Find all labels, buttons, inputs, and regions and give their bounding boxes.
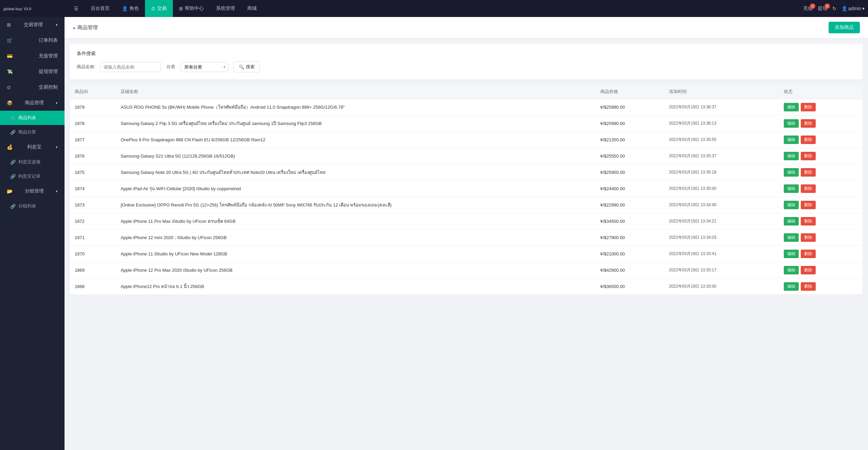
delete-button[interactable]: 删除	[801, 119, 816, 128]
delete-button[interactable]: 删除	[801, 233, 816, 242]
product-name-input[interactable]	[100, 62, 161, 72]
delete-button[interactable]: 删除	[801, 250, 816, 258]
search-button[interactable]: 🔍 搜索	[234, 61, 260, 72]
breadcrumb-arrow: »	[73, 25, 75, 31]
add-product-button[interactable]: 添加商品	[829, 22, 860, 33]
sidebar-group-trade-control-title[interactable]: ⊙ 交易控制	[0, 79, 65, 95]
cell-name: Apple iPhone 11 iStudio by UFicon New Mo…	[116, 246, 595, 262]
sidebar-group-trade-title[interactable]: ⊞ 交易管理 ▾	[0, 17, 65, 33]
cell-actions: 编辑 删除	[779, 197, 863, 213]
action-buttons: 编辑 删除	[784, 282, 858, 291]
breadcrumb: » 商品管理	[73, 24, 98, 31]
action-buttons: 编辑 删除	[784, 184, 858, 193]
action-buttons: 编辑 删除	[784, 250, 858, 258]
main-content: » 商品管理 添加商品 条件搜索 商品名称 分类 所有分类 ▾ 🔍 搜索	[65, 17, 868, 450]
sidebar-item-product-category[interactable]: 🔗 商品分类	[0, 125, 65, 139]
admin-menu[interactable]: 👤 admin ▾	[842, 6, 865, 11]
edit-button[interactable]: 编辑	[784, 250, 799, 258]
cell-price: ¥/$42900.00	[596, 262, 664, 278]
page-header: » 商品管理 添加商品	[65, 17, 868, 38]
sidebar-group-group-mgmt-title[interactable]: 📂 分组管理 ▾	[0, 183, 65, 199]
action-buttons: 编辑 删除	[784, 152, 858, 160]
cell-actions: 编辑 删除	[779, 181, 863, 197]
cell-actions: 编辑 删除	[779, 132, 863, 148]
search-area: 条件搜索 商品名称 分类 所有分类 ▾ 🔍 搜索	[70, 44, 863, 79]
category-select[interactable]: 所有分类	[181, 62, 228, 72]
edit-button[interactable]: 编辑	[784, 103, 799, 111]
cell-date: 2022年03月19日 13:35:18	[664, 164, 779, 181]
table-row: 1879 ASUS ROG PHONE 5s (BK/WH) Mobile Ph…	[70, 99, 863, 115]
delete-button[interactable]: 删除	[801, 136, 816, 144]
cell-price: ¥/$27900.00	[596, 230, 664, 246]
nav-menu-icon[interactable]: ☰	[68, 0, 85, 17]
sidebar-item-interest-options[interactable]: 🔗 利息宝选项	[0, 155, 65, 169]
edit-button[interactable]: 编辑	[784, 119, 799, 128]
cell-id: 1878	[70, 115, 116, 132]
delete-button[interactable]: 删除	[801, 168, 816, 177]
edit-button[interactable]: 编辑	[784, 184, 799, 193]
table-row: 1873 [Online Exclusive] OPPO Reno6 Pro 5…	[70, 197, 863, 213]
sidebar-item-product-list[interactable]: 🛒 商品列表	[0, 111, 65, 125]
chevron-down-icon: ▾	[56, 23, 58, 27]
edit-button[interactable]: 编辑	[784, 233, 799, 242]
nav-role[interactable]: 👤 角色	[116, 0, 145, 17]
edit-button[interactable]: 编辑	[784, 136, 799, 144]
delete-button[interactable]: 删除	[801, 217, 816, 226]
role-icon: 👤	[122, 6, 128, 11]
recharge-button[interactable]: 充值 0	[803, 5, 813, 12]
edit-button[interactable]: 编辑	[784, 201, 799, 209]
sidebar-group-interest-title[interactable]: 💰 利息宝 ▾	[0, 139, 65, 155]
nav-system[interactable]: 系统管理	[210, 0, 241, 17]
sidebar-group-order: 🛒 订单列表	[0, 33, 65, 48]
interest-icon: 💰	[7, 144, 13, 150]
sidebar: ⊞ 交易管理 ▾ 🛒 订单列表 💳 充值管理 💸 提现管理	[0, 17, 65, 450]
cell-actions: 编辑 删除	[779, 230, 863, 246]
delete-button[interactable]: 删除	[801, 282, 816, 291]
sidebar-item-group-list[interactable]: 🔗 分组列表	[0, 199, 65, 213]
cell-id: 1874	[70, 181, 116, 197]
delete-button[interactable]: 删除	[801, 266, 816, 274]
cell-id: 1871	[70, 230, 116, 246]
cell-name: Apple iPhone12 Pro หน้าจอ 6.1 นิ้ว 256GB	[116, 278, 595, 295]
cell-actions: 编辑 删除	[779, 148, 863, 164]
cell-name: Apple iPhone 12 mini 2020 ; iStudio by U…	[116, 230, 595, 246]
cell-id: 1873	[70, 197, 116, 213]
cell-id: 1877	[70, 132, 116, 148]
edit-button[interactable]: 编辑	[784, 282, 799, 291]
col-date: 添加时间	[664, 85, 779, 99]
nav-shop[interactable]: 商城	[241, 0, 263, 17]
cell-actions: 编辑 删除	[779, 164, 863, 181]
edit-button[interactable]: 编辑	[784, 152, 799, 160]
refresh-button[interactable]: ↻	[832, 6, 836, 11]
interest-options-icon: 🔗	[10, 160, 16, 165]
delete-button[interactable]: 删除	[801, 103, 816, 111]
cell-date: 2022年03月19日 13:35:00	[664, 181, 779, 197]
table-row: 1872 Apple iPhone 11 Pro Max iStudio by …	[70, 213, 863, 230]
edit-button[interactable]: 编辑	[784, 217, 799, 226]
cell-name: Apple iPhone 12 Pro Max 2020 iStudio by …	[116, 262, 595, 278]
admin-chevron-icon: ▾	[862, 6, 865, 11]
group-list-icon: 🔗	[10, 204, 16, 209]
cell-price: ¥/$24400.00	[596, 181, 664, 197]
cell-price: ¥/$34500.00	[596, 213, 664, 230]
nav-trade[interactable]: ⚖ 交易	[145, 0, 173, 17]
sidebar-group-product-title[interactable]: 📦 商品管理 ▾	[0, 95, 65, 111]
delete-button[interactable]: 删除	[801, 184, 816, 193]
cell-date: 2022年03月19日 13:34:03	[664, 230, 779, 246]
cell-actions: 编辑 删除	[779, 262, 863, 278]
sidebar-group-withdraw-title[interactable]: 💸 提现管理	[0, 64, 65, 79]
edit-button[interactable]: 编辑	[784, 168, 799, 177]
sidebar-item-interest-records[interactable]: 🔗 利息宝记录	[0, 169, 65, 183]
help-icon: ⊞	[179, 6, 183, 11]
cell-id: 1875	[70, 164, 116, 181]
nav-help[interactable]: ⊞ 帮助中心	[173, 0, 210, 17]
delete-button[interactable]: 删除	[801, 201, 816, 209]
sidebar-group-recharge-title[interactable]: 💳 充值管理	[0, 48, 65, 64]
delete-button[interactable]: 删除	[801, 152, 816, 160]
sidebar-group-order-title[interactable]: 🛒 订单列表	[0, 33, 65, 48]
withdraw-button[interactable]: 提现 0	[818, 5, 827, 12]
trade-mgmt-icon: ⊞	[7, 22, 11, 28]
edit-button[interactable]: 编辑	[784, 266, 799, 274]
nav-dashboard[interactable]: 后台首页	[85, 0, 116, 17]
table-row: 1875 Samsung Galaxy Note 20 Ultra 5G | 4…	[70, 164, 863, 181]
